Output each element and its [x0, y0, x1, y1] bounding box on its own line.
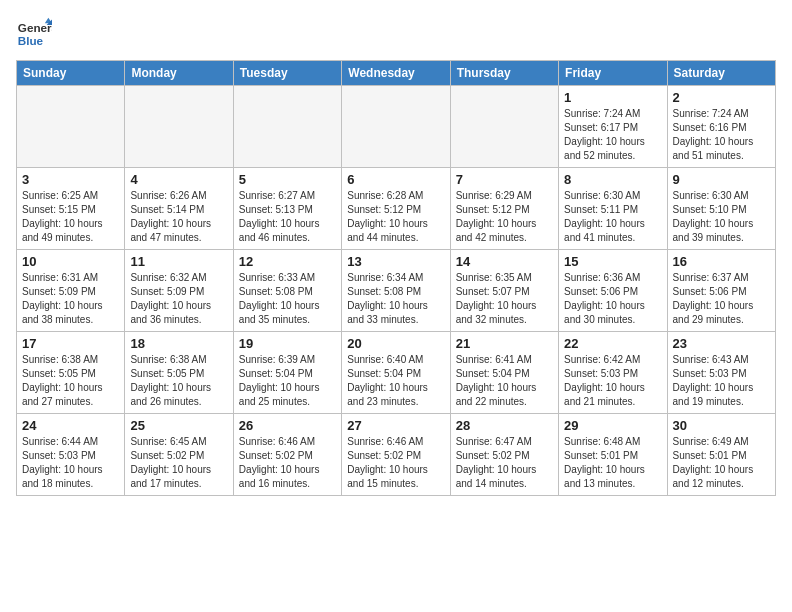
- weekday-header-friday: Friday: [559, 61, 667, 86]
- calendar-cell: 14Sunrise: 6:35 AMSunset: 5:07 PMDayligh…: [450, 250, 558, 332]
- calendar-cell: 13Sunrise: 6:34 AMSunset: 5:08 PMDayligh…: [342, 250, 450, 332]
- calendar-cell: 12Sunrise: 6:33 AMSunset: 5:08 PMDayligh…: [233, 250, 341, 332]
- day-number: 12: [239, 254, 336, 269]
- calendar-cell: 11Sunrise: 6:32 AMSunset: 5:09 PMDayligh…: [125, 250, 233, 332]
- page-header: General Blue: [16, 16, 776, 52]
- day-info: Sunrise: 6:30 AMSunset: 5:11 PMDaylight:…: [564, 189, 661, 245]
- day-info: Sunrise: 6:39 AMSunset: 5:04 PMDaylight:…: [239, 353, 336, 409]
- weekday-header-wednesday: Wednesday: [342, 61, 450, 86]
- calendar-cell: 19Sunrise: 6:39 AMSunset: 5:04 PMDayligh…: [233, 332, 341, 414]
- calendar-cell: 7Sunrise: 6:29 AMSunset: 5:12 PMDaylight…: [450, 168, 558, 250]
- day-info: Sunrise: 6:44 AMSunset: 5:03 PMDaylight:…: [22, 435, 119, 491]
- day-number: 13: [347, 254, 444, 269]
- calendar-cell: [342, 86, 450, 168]
- day-number: 20: [347, 336, 444, 351]
- day-number: 11: [130, 254, 227, 269]
- day-info: Sunrise: 6:28 AMSunset: 5:12 PMDaylight:…: [347, 189, 444, 245]
- calendar-cell: 21Sunrise: 6:41 AMSunset: 5:04 PMDayligh…: [450, 332, 558, 414]
- day-number: 29: [564, 418, 661, 433]
- calendar-cell: [125, 86, 233, 168]
- day-info: Sunrise: 6:46 AMSunset: 5:02 PMDaylight:…: [239, 435, 336, 491]
- day-info: Sunrise: 6:33 AMSunset: 5:08 PMDaylight:…: [239, 271, 336, 327]
- day-number: 9: [673, 172, 770, 187]
- calendar-cell: 27Sunrise: 6:46 AMSunset: 5:02 PMDayligh…: [342, 414, 450, 496]
- day-number: 8: [564, 172, 661, 187]
- day-number: 14: [456, 254, 553, 269]
- calendar-cell: 18Sunrise: 6:38 AMSunset: 5:05 PMDayligh…: [125, 332, 233, 414]
- weekday-header-saturday: Saturday: [667, 61, 775, 86]
- day-info: Sunrise: 6:27 AMSunset: 5:13 PMDaylight:…: [239, 189, 336, 245]
- logo: General Blue: [16, 16, 52, 52]
- day-info: Sunrise: 6:48 AMSunset: 5:01 PMDaylight:…: [564, 435, 661, 491]
- svg-text:Blue: Blue: [18, 34, 44, 47]
- day-info: Sunrise: 6:40 AMSunset: 5:04 PMDaylight:…: [347, 353, 444, 409]
- calendar-cell: 26Sunrise: 6:46 AMSunset: 5:02 PMDayligh…: [233, 414, 341, 496]
- calendar-cell: 15Sunrise: 6:36 AMSunset: 5:06 PMDayligh…: [559, 250, 667, 332]
- calendar-cell: 23Sunrise: 6:43 AMSunset: 5:03 PMDayligh…: [667, 332, 775, 414]
- day-number: 22: [564, 336, 661, 351]
- calendar-cell: 30Sunrise: 6:49 AMSunset: 5:01 PMDayligh…: [667, 414, 775, 496]
- weekday-header-monday: Monday: [125, 61, 233, 86]
- calendar-cell: [233, 86, 341, 168]
- day-info: Sunrise: 6:46 AMSunset: 5:02 PMDaylight:…: [347, 435, 444, 491]
- calendar-cell: 29Sunrise: 6:48 AMSunset: 5:01 PMDayligh…: [559, 414, 667, 496]
- day-info: Sunrise: 6:32 AMSunset: 5:09 PMDaylight:…: [130, 271, 227, 327]
- day-number: 27: [347, 418, 444, 433]
- calendar-cell: 28Sunrise: 6:47 AMSunset: 5:02 PMDayligh…: [450, 414, 558, 496]
- day-number: 25: [130, 418, 227, 433]
- calendar-cell: [17, 86, 125, 168]
- day-info: Sunrise: 6:35 AMSunset: 5:07 PMDaylight:…: [456, 271, 553, 327]
- calendar-cell: 2Sunrise: 7:24 AMSunset: 6:16 PMDaylight…: [667, 86, 775, 168]
- day-number: 10: [22, 254, 119, 269]
- day-info: Sunrise: 6:43 AMSunset: 5:03 PMDaylight:…: [673, 353, 770, 409]
- day-number: 18: [130, 336, 227, 351]
- calendar-cell: 6Sunrise: 6:28 AMSunset: 5:12 PMDaylight…: [342, 168, 450, 250]
- day-number: 26: [239, 418, 336, 433]
- calendar-table: SundayMondayTuesdayWednesdayThursdayFrid…: [16, 60, 776, 496]
- day-info: Sunrise: 6:25 AMSunset: 5:15 PMDaylight:…: [22, 189, 119, 245]
- day-number: 6: [347, 172, 444, 187]
- day-number: 5: [239, 172, 336, 187]
- calendar-cell: 5Sunrise: 6:27 AMSunset: 5:13 PMDaylight…: [233, 168, 341, 250]
- calendar-cell: 8Sunrise: 6:30 AMSunset: 5:11 PMDaylight…: [559, 168, 667, 250]
- day-info: Sunrise: 6:37 AMSunset: 5:06 PMDaylight:…: [673, 271, 770, 327]
- day-number: 19: [239, 336, 336, 351]
- day-info: Sunrise: 6:34 AMSunset: 5:08 PMDaylight:…: [347, 271, 444, 327]
- day-info: Sunrise: 6:31 AMSunset: 5:09 PMDaylight:…: [22, 271, 119, 327]
- day-number: 15: [564, 254, 661, 269]
- day-number: 30: [673, 418, 770, 433]
- day-number: 21: [456, 336, 553, 351]
- day-info: Sunrise: 6:49 AMSunset: 5:01 PMDaylight:…: [673, 435, 770, 491]
- day-number: 23: [673, 336, 770, 351]
- day-info: Sunrise: 6:36 AMSunset: 5:06 PMDaylight:…: [564, 271, 661, 327]
- day-number: 24: [22, 418, 119, 433]
- day-info: Sunrise: 6:47 AMSunset: 5:02 PMDaylight:…: [456, 435, 553, 491]
- calendar-cell: 17Sunrise: 6:38 AMSunset: 5:05 PMDayligh…: [17, 332, 125, 414]
- calendar-cell: 4Sunrise: 6:26 AMSunset: 5:14 PMDaylight…: [125, 168, 233, 250]
- calendar-cell: 25Sunrise: 6:45 AMSunset: 5:02 PMDayligh…: [125, 414, 233, 496]
- day-info: Sunrise: 6:38 AMSunset: 5:05 PMDaylight:…: [22, 353, 119, 409]
- weekday-header-sunday: Sunday: [17, 61, 125, 86]
- day-number: 28: [456, 418, 553, 433]
- calendar-cell: 16Sunrise: 6:37 AMSunset: 5:06 PMDayligh…: [667, 250, 775, 332]
- calendar-cell: 1Sunrise: 7:24 AMSunset: 6:17 PMDaylight…: [559, 86, 667, 168]
- day-info: Sunrise: 6:30 AMSunset: 5:10 PMDaylight:…: [673, 189, 770, 245]
- day-info: Sunrise: 6:38 AMSunset: 5:05 PMDaylight:…: [130, 353, 227, 409]
- weekday-header-tuesday: Tuesday: [233, 61, 341, 86]
- day-number: 17: [22, 336, 119, 351]
- logo-icon: General Blue: [16, 16, 52, 52]
- day-number: 1: [564, 90, 661, 105]
- weekday-header-thursday: Thursday: [450, 61, 558, 86]
- calendar-cell: 20Sunrise: 6:40 AMSunset: 5:04 PMDayligh…: [342, 332, 450, 414]
- calendar-cell: [450, 86, 558, 168]
- day-info: Sunrise: 6:45 AMSunset: 5:02 PMDaylight:…: [130, 435, 227, 491]
- calendar-cell: 10Sunrise: 6:31 AMSunset: 5:09 PMDayligh…: [17, 250, 125, 332]
- day-number: 16: [673, 254, 770, 269]
- day-info: Sunrise: 6:26 AMSunset: 5:14 PMDaylight:…: [130, 189, 227, 245]
- day-number: 7: [456, 172, 553, 187]
- day-info: Sunrise: 6:29 AMSunset: 5:12 PMDaylight:…: [456, 189, 553, 245]
- calendar-cell: 9Sunrise: 6:30 AMSunset: 5:10 PMDaylight…: [667, 168, 775, 250]
- day-info: Sunrise: 6:41 AMSunset: 5:04 PMDaylight:…: [456, 353, 553, 409]
- day-number: 4: [130, 172, 227, 187]
- day-number: 3: [22, 172, 119, 187]
